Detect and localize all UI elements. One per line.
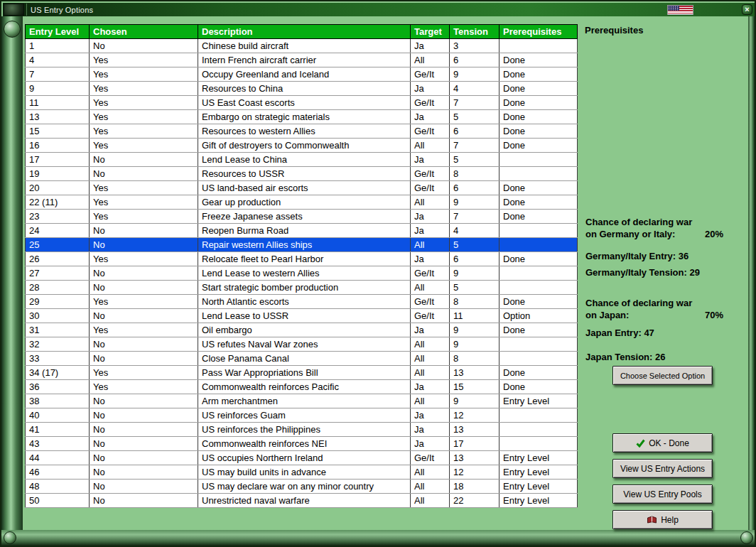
choose-selected-option-button[interactable]: Choose Selected Option: [612, 366, 713, 385]
table-row[interactable]: 24 No Reopen Burma Road Ja 4: [26, 224, 578, 238]
table-row[interactable]: 17 No Lend Lease to China Ja 5: [26, 153, 578, 167]
table-row[interactable]: 48 No US may declare war on any minor co…: [26, 480, 578, 494]
cell-tension: 6: [450, 252, 500, 266]
cell-tension: 7: [450, 139, 500, 153]
header-chosen: Chosen: [90, 25, 198, 39]
cell-chosen: No: [90, 309, 198, 323]
table-row[interactable]: 50 No Unrestricted naval warfare All 22 …: [26, 494, 578, 508]
cell-target: All: [411, 366, 450, 380]
cell-description: Reopen Burma Road: [198, 224, 411, 238]
view-us-entry-pools-button[interactable]: View US Entry Pools: [612, 484, 713, 504]
table-row[interactable]: 27 No Lend Lease to western Allies Ge/It…: [26, 266, 578, 281]
cell-prerequisites: Done: [500, 139, 578, 153]
cell-tension: 6: [450, 124, 500, 139]
table-row[interactable]: 34 (17) Yes Pass War Appropriations Bill…: [26, 366, 578, 380]
table-row[interactable]: 15 Yes Resources to western Allies Ge/It…: [26, 124, 578, 139]
table-row[interactable]: 30 No Lend Lease to USSR Ge/It 11 Option: [26, 309, 578, 323]
cell-description: US refutes Naval War zones: [198, 337, 411, 352]
cell-chosen: No: [90, 153, 198, 167]
cell-target: Ge/It: [411, 167, 450, 181]
cell-description: Oil embargo: [198, 323, 411, 337]
cell-target: All: [411, 352, 450, 366]
cell-description: Embargo on strategic materials: [198, 110, 411, 124]
cell-entry-level: 30: [26, 309, 90, 323]
table-row[interactable]: 22 (11) Yes Gear up production All 9 Don…: [26, 195, 578, 210]
prerequisites-heading: Prerequisites: [585, 25, 643, 36]
table-row[interactable]: 9 Yes Resources to China Ja 4 Done: [26, 82, 578, 96]
cell-target: Ja: [411, 437, 450, 451]
table-row[interactable]: 32 No US refutes Naval War zones All 9: [26, 337, 578, 352]
table-row[interactable]: 40 No US reinforces Guam Ja 12: [26, 408, 578, 423]
table-row[interactable]: 41 No US reinforces the Philippines Ja 1…: [26, 423, 578, 437]
cell-prerequisites: Done: [500, 67, 578, 82]
table-row[interactable]: 33 No Close Panama Canal All 8: [26, 352, 578, 366]
close-icon[interactable]: ×: [742, 4, 752, 15]
red-book-icon: [647, 516, 657, 524]
choose-selected-option-label: Choose Selected Option: [620, 372, 705, 380]
cell-description: Lend Lease to China: [198, 153, 411, 167]
cell-entry-level: 4: [26, 53, 90, 67]
view-us-entry-pools-label: View US Entry Pools: [623, 489, 702, 499]
table-row[interactable]: 38 No Arm merchantmen All 9 Entry Level: [26, 394, 578, 408]
cell-entry-level: 15: [26, 124, 90, 139]
help-button[interactable]: Help: [612, 510, 713, 529]
table-row[interactable]: 25 No Repair western Allies ships All 5: [26, 238, 578, 252]
cell-entry-level: 16: [26, 139, 90, 153]
cell-target: Ge/It: [411, 124, 450, 139]
cell-tension: 7: [450, 96, 500, 110]
cell-target: Ge/It: [411, 309, 450, 323]
cell-tension: 9: [450, 195, 500, 210]
table-row[interactable]: 16 Yes Gift of destroyers to Commonwealt…: [26, 139, 578, 153]
cell-description: Lend Lease to western Allies: [198, 266, 411, 281]
flag-canton: [668, 6, 679, 11]
table-row[interactable]: 19 No Resources to USSR Ge/It 8: [26, 167, 578, 181]
table-row[interactable]: 29 Yes North Atlantic escorts Ge/It 8 Do…: [26, 295, 578, 309]
table-row[interactable]: 36 Yes Commonwealth reinforces Pacific J…: [26, 380, 578, 394]
cell-tension: 8: [450, 352, 500, 366]
cell-entry-level: 31: [26, 323, 90, 337]
cell-entry-level: 11: [26, 96, 90, 110]
cell-tension: 5: [450, 238, 500, 252]
table-row[interactable]: 46 No US may build units in advance All …: [26, 465, 578, 480]
germany-italy-entry-value: 36: [679, 251, 688, 261]
table-row[interactable]: 1 No Chinese build aircraft Ja 3: [26, 39, 578, 53]
table-row[interactable]: 11 Yes US East Coast escorts Ge/It 7 Don…: [26, 96, 578, 110]
cell-target: All: [411, 337, 450, 352]
table-row[interactable]: 20 Yes US land-based air escorts Ge/It 6…: [26, 181, 578, 195]
germany-italy-tension-label: Germany/Italy Tension:: [585, 267, 687, 278]
cell-prerequisites: Entry Level: [500, 451, 578, 465]
cell-tension: 9: [450, 67, 500, 82]
table-row[interactable]: 4 Yes Intern French aircraft carrier All…: [26, 53, 578, 67]
table-row[interactable]: 7 Yes Occupy Greenland and Iceland Ge/It…: [26, 67, 578, 82]
cell-entry-level: 33: [26, 352, 90, 366]
frame-bottom-right-ornament: [740, 531, 753, 544]
cell-prerequisites: Done: [500, 252, 578, 266]
cell-tension: 12: [450, 408, 500, 423]
cell-description: US may build units in advance: [198, 465, 411, 480]
table-row[interactable]: 43 No Commonwealth reinforces NEI Ja 17: [26, 437, 578, 451]
cell-chosen: Yes: [90, 96, 198, 110]
table-row[interactable]: 31 Yes Oil embargo Ja 9 Done: [26, 323, 578, 337]
window-title: US Entry Options: [31, 6, 93, 14]
cell-entry-level: 13: [26, 110, 90, 124]
cell-prerequisites: Done: [500, 380, 578, 394]
cell-entry-level: 40: [26, 408, 90, 423]
table-row[interactable]: 44 No US occupies Northern Ireland Ge/It…: [26, 451, 578, 465]
cell-prerequisites: Entry Level: [500, 494, 578, 508]
table-row[interactable]: 26 Yes Relocate fleet to Pearl Harbor Ja…: [26, 252, 578, 266]
japan-war-chance: Chance of declaring war on Japan: 70%: [585, 297, 723, 321]
cell-target: Ja: [411, 252, 450, 266]
cell-description: Relocate fleet to Pearl Harbor: [198, 252, 411, 266]
view-us-entry-actions-button[interactable]: View US Entry Actions: [612, 459, 713, 478]
cell-entry-level: 38: [26, 394, 90, 408]
table-row[interactable]: 13 Yes Embargo on strategic materials Ja…: [26, 110, 578, 124]
entry-table-body: 1 No Chinese build aircraft Ja 3 4 Yes I…: [26, 39, 578, 508]
japan-tension-label: Japan Tension:: [585, 352, 652, 362]
japan-entry-label: Japan Entry:: [585, 327, 642, 338]
cell-prerequisites: [500, 337, 578, 352]
table-row[interactable]: 23 Yes Freeze Japanese assets Ja 7 Done: [26, 210, 578, 224]
table-row[interactable]: 28 No Start strategic bomber production …: [26, 281, 578, 295]
cell-description: Resources to China: [198, 82, 411, 96]
ok-done-button[interactable]: OK - Done: [612, 433, 713, 453]
cell-entry-level: 26: [26, 252, 90, 266]
